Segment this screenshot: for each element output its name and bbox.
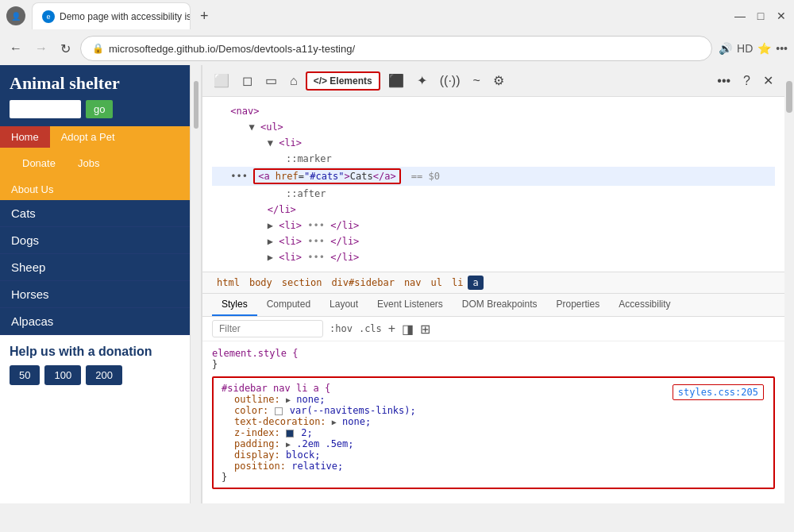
select-icon[interactable]: ◻	[237, 70, 257, 91]
bc-div-sidebar[interactable]: div#sidebar	[326, 276, 399, 290]
new-tab-button[interactable]: +	[194, 5, 215, 28]
tab-accessibility[interactable]: Accessibility	[609, 294, 680, 316]
sidebar-item-cats[interactable]: Cats	[0, 200, 190, 227]
dom-nav-line: <nav>	[212, 103, 775, 119]
elements-tab-btn[interactable]: </> Elements	[306, 71, 380, 91]
webpage-preview: Animal shelter go Home Adopt a Pet Donat…	[0, 65, 191, 503]
nav-item-adopt[interactable]: Adopt a Pet	[50, 126, 126, 148]
settings-icon[interactable]: ⚙	[488, 70, 509, 91]
webpage-scrollbar[interactable]	[191, 65, 202, 503]
nav-item-about[interactable]: About Us	[0, 179, 190, 200]
back-button[interactable]: ←	[6, 38, 25, 59]
styles-link[interactable]: styles.css:205	[673, 384, 764, 400]
browser-favicon: 👤	[6, 6, 25, 25]
main-area: Animal shelter go Home Adopt a Pet Donat…	[0, 65, 794, 503]
address-input[interactable]: 🔒 microsoftedge.github.io/Demos/devtools…	[80, 36, 712, 61]
hov-button[interactable]: :hov	[330, 323, 353, 334]
tab-favicon: e	[42, 10, 55, 23]
refresh-button[interactable]: ↻	[57, 38, 74, 60]
filter-bar: :hov .cls + ◨ ⊞	[202, 317, 784, 341]
devtools-scroll-thumb	[786, 81, 792, 113]
nav-item-donate[interactable]: Donate	[11, 152, 67, 174]
position-prop: position: relative;	[222, 461, 765, 472]
address-actions: 🔊 HD ⭐ •••	[719, 42, 788, 55]
dom-more-li-2: ▶ <li> ••• </li>	[212, 233, 775, 249]
tab-title: Demo page with accessibility iss	[60, 11, 191, 22]
nav-item-jobs[interactable]: Jobs	[67, 152, 110, 174]
window-controls: — □ ✕	[734, 10, 788, 22]
donate-50-button[interactable]: 50	[10, 365, 40, 385]
go-button[interactable]: go	[86, 100, 113, 118]
element-style-block: element.style { }	[212, 348, 775, 370]
browser-more-icon[interactable]: •••	[776, 42, 788, 55]
sources-icon[interactable]: ✦	[412, 70, 432, 91]
donation-title: Help us with a donation	[10, 345, 180, 359]
console-icon[interactable]: ⬛	[384, 70, 409, 91]
sidebar-rule-close: }	[222, 472, 765, 483]
breadcrumb-bar: html body section div#sidebar nav ul li …	[202, 272, 784, 294]
tab-event-listeners[interactable]: Event Listeners	[368, 294, 453, 316]
network-icon[interactable]: ((·))	[435, 71, 465, 91]
responsive-icon[interactable]: ▭	[260, 70, 282, 91]
tab-properties[interactable]: Properties	[547, 294, 610, 316]
search-input[interactable]	[10, 100, 81, 118]
sidebar-item-alpacas[interactable]: Alpacas	[0, 308, 190, 335]
text-decoration-prop: text-decoration: ▶ none;	[222, 416, 765, 427]
inspect-icon[interactable]: ⬜	[209, 70, 234, 91]
tab-styles[interactable]: Styles	[212, 294, 257, 316]
z-index-prop: z-index: 2;	[222, 427, 765, 438]
help-icon[interactable]: ?	[738, 71, 755, 91]
dom-more-li-3: ▶ <li> ••• </li>	[212, 249, 775, 265]
page-header: Animal shelter go	[0, 65, 190, 126]
dom-li-close: </li>	[212, 202, 775, 218]
maximize-button[interactable]: □	[754, 10, 767, 22]
bc-li[interactable]: li	[447, 276, 468, 290]
bc-html[interactable]: html	[212, 276, 245, 290]
devtools-panel: ⬜ ◻ ▭ ⌂ </> Elements ⬛ ✦ ((·)) ~ ⚙ ••• ?…	[202, 65, 784, 503]
tab-dom-breakpoints[interactable]: DOM Breakpoints	[453, 294, 547, 316]
z-index-swatch	[286, 430, 294, 438]
toggle-property-icon[interactable]: ⊞	[420, 322, 430, 337]
dom-highlighted-element[interactable]: <a href="#cats">Cats</a>	[253, 168, 400, 184]
devtools-scrollbar[interactable]	[784, 65, 794, 503]
performance-icon[interactable]: ~	[468, 71, 484, 91]
sidebar-nav: Cats Dogs Sheep Horses Alpacas	[0, 200, 190, 335]
sidebar-rule-block: styles.css:205 #sidebar nav li a { outli…	[212, 376, 775, 489]
read-aloud-icon[interactable]: 🔊	[719, 42, 732, 55]
active-tab[interactable]: e Demo page with accessibility iss ✕	[32, 2, 191, 29]
bc-section[interactable]: section	[277, 276, 327, 290]
eq-sign: == $0	[411, 171, 440, 182]
add-to-favorites-icon[interactable]: ⭐	[757, 42, 771, 55]
url-text: microsoftedge.github.io/Demos/devtools-a…	[109, 43, 700, 55]
more-tools-icon[interactable]: •••	[712, 71, 735, 91]
tab-computed[interactable]: Computed	[257, 294, 320, 316]
tab-layout[interactable]: Layout	[320, 294, 368, 316]
sidebar-item-horses[interactable]: Horses	[0, 281, 190, 308]
forward-button[interactable]: →	[32, 38, 51, 59]
security-icon: 🔒	[92, 43, 104, 54]
home-icon[interactable]: ⌂	[285, 71, 303, 91]
color-swatch[interactable]	[275, 407, 283, 415]
bc-nav[interactable]: nav	[399, 276, 426, 290]
bc-a[interactable]: a	[468, 276, 483, 290]
nav-item-home[interactable]: Home	[0, 126, 50, 148]
close-button[interactable]: ✕	[775, 10, 788, 22]
close-devtools-btn[interactable]: ✕	[758, 70, 778, 91]
title-bar: 👤 e Demo page with accessibility iss ✕ +…	[0, 0, 794, 32]
bc-ul[interactable]: ul	[426, 276, 447, 290]
dom-selected-line[interactable]: ••• <a href="#cats">Cats</a> == $0	[212, 167, 775, 186]
sidebar-item-dogs[interactable]: Dogs	[0, 227, 190, 254]
sidebar-item-sheep[interactable]: Sheep	[0, 254, 190, 281]
cls-button[interactable]: .cls	[359, 323, 382, 334]
filter-input[interactable]	[212, 320, 323, 337]
new-style-rule-icon[interactable]: ◨	[402, 322, 414, 337]
bc-body[interactable]: body	[245, 276, 277, 290]
add-style-rule-icon[interactable]: +	[388, 322, 395, 336]
immersive-reader-icon[interactable]: HD	[737, 42, 753, 55]
minimize-button[interactable]: —	[734, 10, 746, 22]
donate-200-button[interactable]: 200	[86, 365, 122, 385]
nav-row-2: Donate Jobs	[0, 148, 190, 179]
devtools-toolbar: ⬜ ◻ ▭ ⌂ </> Elements ⬛ ✦ ((·)) ~ ⚙ ••• ?…	[202, 65, 784, 97]
donate-100-button[interactable]: 100	[44, 365, 81, 385]
page-title: Animal shelter	[10, 73, 180, 94]
